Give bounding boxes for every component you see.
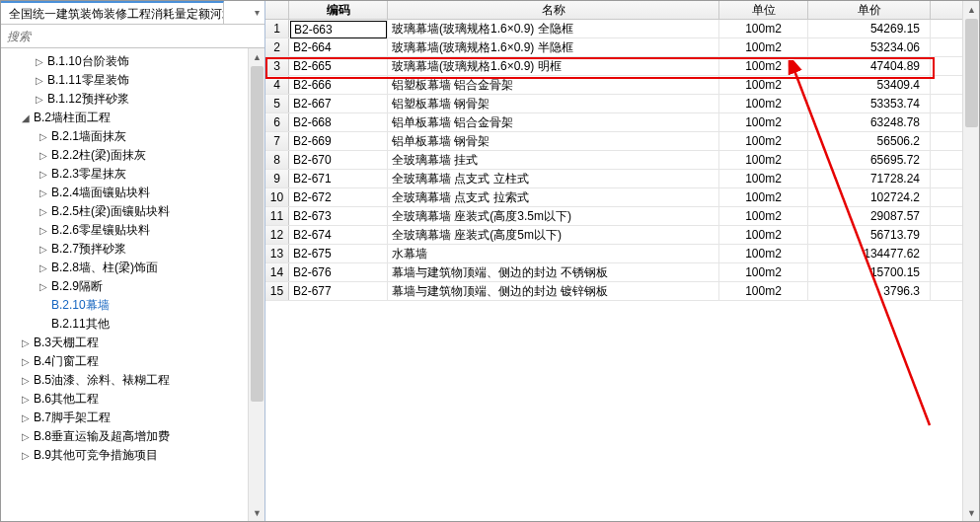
tree-node[interactable]: ◢B.2墙柱面工程 bbox=[1, 109, 264, 127]
table-row[interactable]: 8B2-670全玻璃幕墙 挂式100m265695.72 bbox=[265, 151, 979, 170]
row-index: 7 bbox=[265, 132, 289, 150]
tree-node[interactable]: ▷B.6其他工程 bbox=[1, 390, 264, 409]
table-row[interactable]: 10B2-672全玻璃幕墙 点支式 拉索式100m2102724.2 bbox=[265, 188, 979, 207]
tree-node[interactable]: ▷B.1.11零星装饰 bbox=[1, 71, 264, 90]
tree-collapsed-icon[interactable]: ▷ bbox=[38, 240, 48, 259]
table-row[interactable]: 14B2-676幕墙与建筑物顶端、侧边的封边 不锈钢板100m215700.15 bbox=[265, 263, 979, 282]
tree-expanded-icon[interactable]: ◢ bbox=[21, 109, 31, 127]
tree-node[interactable]: ▷B.2.8墙、柱(梁)饰面 bbox=[1, 259, 264, 277]
cell-price: 65695.72 bbox=[808, 151, 931, 169]
active-tab[interactable]: 全国统一建筑装饰装修工程消耗量定额河北省消 bbox=[1, 1, 224, 24]
category-tree[interactable]: ▷B.1.10台阶装饰▷B.1.11零星装饰▷B.1.12预拌砂浆◢B.2墙柱面… bbox=[1, 48, 264, 521]
tree-node[interactable]: ▷B.2.7预拌砂浆 bbox=[1, 240, 264, 259]
cell-name: 幕墙与建筑物顶端、侧边的封边 镀锌钢板 bbox=[388, 282, 719, 300]
row-index: 6 bbox=[265, 113, 289, 131]
tree-collapsed-icon[interactable]: ▷ bbox=[21, 390, 31, 409]
tree-node[interactable]: ▷B.4门窗工程 bbox=[1, 352, 264, 371]
tree-node-label: B.1.10台阶装饰 bbox=[47, 54, 129, 68]
tree-node[interactable]: ▷B.2.2柱(梁)面抹灰 bbox=[1, 146, 264, 165]
app-container: 全国统一建筑装饰装修工程消耗量定额河北省消 ▾ ▷B.1.10台阶装饰▷B.1.… bbox=[0, 0, 980, 522]
tree-node[interactable]: ▷B.7脚手架工程 bbox=[1, 409, 264, 427]
tree-node[interactable]: ▷B.3天棚工程 bbox=[1, 334, 264, 352]
row-index: 2 bbox=[265, 38, 289, 56]
tree-node[interactable]: ▷B.5油漆、涂料、裱糊工程 bbox=[1, 371, 264, 390]
table-row[interactable]: 13B2-675水幕墙100m2134477.62 bbox=[265, 245, 979, 263]
code-edit-cell[interactable]: B2-663 bbox=[290, 21, 387, 38]
tree-collapsed-icon[interactable]: ▷ bbox=[38, 202, 48, 221]
scroll-up-icon[interactable]: ▲ bbox=[249, 48, 265, 65]
cell-name: 全玻璃幕墙 挂式 bbox=[388, 151, 719, 169]
tree-collapsed-icon[interactable]: ▷ bbox=[35, 52, 44, 71]
tree-collapsed-icon[interactable]: ▷ bbox=[38, 127, 48, 146]
table-row[interactable]: 5B2-667铝塑板幕墙 钢骨架100m253353.74 bbox=[265, 95, 979, 113]
cell-name: 铝单板幕墙 钢骨架 bbox=[388, 132, 719, 150]
tree-node-label: B.2.6零星镶贴块料 bbox=[51, 223, 150, 237]
tree-node[interactable]: ▷B.9其他可竞争措施项目 bbox=[1, 446, 264, 465]
table-row[interactable]: 2B2-664玻璃幕墙(玻璃规格1.6×0.9) 半隐框100m253234.0… bbox=[265, 38, 979, 57]
scroll-up-icon[interactable]: ▲ bbox=[963, 1, 980, 18]
tree-node[interactable]: ▷B.2.1墙面抹灰 bbox=[1, 127, 264, 146]
tab-dropdown-icon[interactable]: ▾ bbox=[249, 7, 264, 18]
tree-collapsed-icon[interactable]: ▷ bbox=[38, 184, 48, 202]
cell-code: B2-665 bbox=[289, 57, 388, 75]
cell-price: 56506.2 bbox=[808, 132, 931, 150]
table-row[interactable]: 6B2-668铝单板幕墙 铝合金骨架100m263248.78 bbox=[265, 113, 979, 132]
table-row[interactable]: 3B2-665玻璃幕墙(玻璃规格1.6×0.9) 明框100m247404.89 bbox=[265, 57, 979, 76]
cell-code: B2-668 bbox=[289, 113, 388, 131]
row-index: 9 bbox=[265, 170, 289, 187]
tree-collapsed-icon[interactable]: ▷ bbox=[38, 259, 48, 277]
tree-node[interactable]: ▷B.1.10台阶装饰 bbox=[1, 52, 264, 71]
header-unit[interactable]: 单位 bbox=[719, 1, 808, 19]
tree-node[interactable]: ▷B.2.6零星镶贴块料 bbox=[1, 221, 264, 240]
table-row[interactable]: 11B2-673全玻璃幕墙 座装式(高度3.5m以下)100m229087.57 bbox=[265, 207, 979, 226]
tree-collapsed-icon[interactable]: ▷ bbox=[21, 334, 31, 352]
search-input[interactable] bbox=[1, 26, 264, 47]
right-scrollbar[interactable]: ▲ ▼ bbox=[962, 1, 979, 521]
tree-collapsed-icon[interactable]: ▷ bbox=[21, 352, 31, 371]
row-index: 12 bbox=[265, 226, 289, 244]
table-row[interactable]: 15B2-677幕墙与建筑物顶端、侧边的封边 镀锌钢板100m23796.3 bbox=[265, 282, 979, 301]
tree-collapsed-icon[interactable]: ▷ bbox=[21, 427, 31, 446]
tree-collapsed-icon[interactable]: ▷ bbox=[21, 409, 31, 427]
scroll-thumb[interactable] bbox=[251, 66, 264, 402]
cell-name: 铝塑板幕墙 钢骨架 bbox=[388, 95, 719, 112]
cell-unit: 100m2 bbox=[719, 132, 808, 150]
table-row[interactable]: 9B2-671全玻璃幕墙 点支式 立柱式100m271728.24 bbox=[265, 170, 979, 188]
tree-collapsed-icon[interactable]: ▷ bbox=[21, 371, 31, 390]
row-index: 1 bbox=[265, 20, 289, 37]
tree-node[interactable]: ▷B.8垂直运输及超高增加费 bbox=[1, 427, 264, 446]
table-row[interactable]: 7B2-669铝单板幕墙 钢骨架100m256506.2 bbox=[265, 132, 979, 151]
cell-price: 54269.15 bbox=[808, 20, 931, 37]
tree-node[interactable]: B.2.10幕墙 bbox=[1, 296, 264, 315]
table-row[interactable]: 12B2-674全玻璃幕墙 座装式(高度5m以下)100m256713.79 bbox=[265, 226, 979, 245]
tree-node[interactable]: ▷B.2.9隔断 bbox=[1, 277, 264, 296]
cell-unit: 100m2 bbox=[719, 282, 808, 300]
tree-collapsed-icon[interactable]: ▷ bbox=[38, 165, 48, 184]
tree-collapsed-icon[interactable]: ▷ bbox=[35, 90, 44, 109]
tree-collapsed-icon[interactable]: ▷ bbox=[21, 446, 31, 465]
row-index: 4 bbox=[265, 76, 289, 94]
tree-collapsed-icon[interactable]: ▷ bbox=[38, 221, 48, 240]
header-code[interactable]: 编码 bbox=[289, 1, 388, 19]
tree-node-label: B.5油漆、涂料、裱糊工程 bbox=[34, 373, 170, 387]
tree-node[interactable]: ▷B.1.12预拌砂浆 bbox=[1, 90, 264, 109]
tree-node[interactable]: ▷B.2.5柱(梁)面镶贴块料 bbox=[1, 202, 264, 221]
tree-node-label: B.2.2柱(梁)面抹灰 bbox=[51, 148, 146, 162]
header-price[interactable]: 单价 bbox=[808, 1, 931, 19]
tree-node-label: B.6其他工程 bbox=[34, 392, 99, 406]
tree-node[interactable]: B.2.11其他 bbox=[1, 315, 264, 334]
scroll-down-icon[interactable]: ▼ bbox=[963, 504, 980, 521]
tree-node[interactable]: ▷B.2.4墙面镶贴块料 bbox=[1, 184, 264, 202]
tree-collapsed-icon[interactable]: ▷ bbox=[38, 277, 48, 296]
tree-node-label: B.2.5柱(梁)面镶贴块料 bbox=[51, 204, 170, 218]
header-name[interactable]: 名称 bbox=[388, 1, 719, 19]
scroll-thumb[interactable] bbox=[965, 19, 978, 127]
row-index: 11 bbox=[265, 207, 289, 225]
tree-node[interactable]: ▷B.2.3零星抹灰 bbox=[1, 165, 264, 184]
table-row[interactable]: 4B2-666铝塑板幕墙 铝合金骨架100m253409.4 bbox=[265, 76, 979, 95]
scroll-down-icon[interactable]: ▼ bbox=[249, 504, 265, 521]
left-scrollbar[interactable]: ▲ ▼ bbox=[248, 48, 264, 521]
search-row bbox=[1, 25, 264, 48]
tree-collapsed-icon[interactable]: ▷ bbox=[35, 71, 44, 90]
tree-collapsed-icon[interactable]: ▷ bbox=[38, 146, 48, 165]
